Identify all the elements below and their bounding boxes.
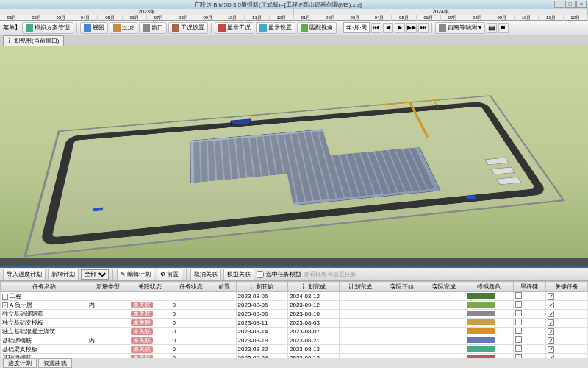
tree-toggle-icon[interactable]: - [2,302,8,308]
timeline-ruler[interactable]: 2023年 2024年 01月02月03月04月05月06月07月08月09月1… [0,9,588,21]
timeline-month: 09月 [490,15,514,21]
date-mode[interactable]: 年·月·周 [343,22,370,33]
milestone-checkbox[interactable] [515,310,522,316]
tab-plan-view[interactable]: 计划视图(当前周口) [3,35,64,46]
keytask-checkbox[interactable]: ✓ [548,311,554,317]
tab-resource[interactable]: 资源曲线 [38,358,72,368]
timeline-month: 02月 [24,15,49,21]
milestone-checkbox[interactable] [515,345,522,352]
nav-first-icon[interactable]: ⏮ [371,23,381,33]
condition-button[interactable]: 工况设置 [168,22,208,34]
timeline-month: 07月 [441,15,465,21]
assoc-model-button[interactable]: 模型关联 [223,269,254,280]
column-header[interactable]: 前置 [212,282,236,292]
timeline-month: 03月 [49,15,74,21]
timeline-month: 11月 [539,15,563,21]
color-chip [467,328,495,334]
new-plan-button[interactable]: 新增计划 [48,269,79,280]
maximize-button[interactable]: □ [565,1,576,8]
column-header[interactable]: 实际完成 [423,282,465,292]
color-chip [467,311,495,316]
close-button[interactable]: × [576,1,587,8]
3d-viewport[interactable] [0,46,588,266]
edit-plan-button[interactable]: ✎ 编辑计划 [117,269,154,280]
nav-last-icon[interactable]: ⏭ [418,23,429,33]
table-row[interactable]: 独立基础支模板未关联02023-08-112023-08-03✓ [1,319,588,328]
column-header[interactable]: 任务名称 [1,282,87,292]
column-header[interactable]: 新增类型 [87,282,129,292]
timeline-month: 06月 [123,15,147,21]
table-row[interactable]: -工程2023-08-062024-03-12✓ [1,292,588,301]
timeline-month: 12月 [564,15,588,21]
timeline-month: 01月 [294,15,318,21]
timeline-month: 05月 [98,15,122,21]
minimize-button[interactable]: _ [554,1,564,8]
camera-icon[interactable]: 📷 [487,23,497,33]
view-tabs: 计划视图(当前周口) [0,35,588,46]
timeline-month: 02月 [318,15,343,21]
keytask-checkbox[interactable]: ✓ [548,293,554,300]
task-grid[interactable]: 任务名称新增类型关联状态任务状态前置计划开始计划完成计划完成实际开始实际完成模拟… [0,281,588,358]
column-header[interactable]: 关键任务 [546,282,588,292]
keytask-checkbox[interactable]: ✓ [548,337,554,344]
tree-toggle-icon[interactable]: - [2,294,8,300]
set-button[interactable]: ⚙ 前置 [157,269,182,280]
timeline-month: 08月 [465,15,490,21]
column-header[interactable]: 实际开始 [381,282,423,292]
sel-task-label: 选中任务模型 [266,270,301,278]
record-icon[interactable]: ⏺ [498,23,509,33]
nav-play-icon[interactable]: ▶ [395,23,405,33]
milestone-checkbox[interactable] [515,292,522,299]
timeline-month: 04月 [368,15,392,21]
milestone-checkbox[interactable] [515,328,522,334]
table-row[interactable]: 独立基础混凝土浇筑未关联02023-08-142023-08-07✓ [1,328,588,336]
keytask-checkbox[interactable]: ✓ [548,346,554,353]
color-chip [467,319,495,325]
column-header[interactable]: 计划开始 [236,282,287,292]
import-plan-button[interactable]: 导入进度计划 [3,269,46,280]
timeline-month: 04月 [74,15,98,21]
column-header[interactable]: 模拟颜色 [465,282,513,292]
show-set-button[interactable]: 显示设置 [256,22,295,34]
keytask-checkbox[interactable]: ✓ [548,328,554,335]
unassoc-button[interactable]: 取消关联 [190,269,221,280]
timeline-month: 06月 [417,15,441,21]
timeline-month: 07月 [147,15,171,21]
color-chip [467,346,495,352]
column-header[interactable]: 任务状态 [171,282,212,292]
window-button[interactable]: 窗口 [139,22,167,34]
perspective-dropdown[interactable]: 西南等轴测 ▾ [435,22,485,34]
milestone-checkbox[interactable] [515,319,522,325]
tab-schedule[interactable]: 进度计划 [3,358,37,368]
panel-toolbar: 导入进度计划 新增计划 全部 ✎ 编辑计划 ⚙ 前置 取消关联 模型关联 选中任… [0,268,588,281]
table-row[interactable]: 基础绑钢筋内未关联02023-08-182023-08-21✓ [1,336,588,345]
timeline-month: 01月 [0,15,24,21]
timeline-month: 12月 [270,15,294,21]
milestone-checkbox[interactable] [515,336,522,343]
filter-button[interactable]: 过滤 [110,22,137,34]
view-button[interactable]: 视图 [80,22,108,34]
sel-task-checkbox[interactable] [257,271,264,278]
column-header[interactable]: 关联状态 [129,282,171,292]
show-cond-button[interactable]: 显示工况 [215,22,254,34]
menu-label[interactable]: 菜单】 [3,24,21,32]
table-row[interactable]: -A 负一层内未关联02023-08-062023-09-12✓ [1,301,588,310]
timeline-month: 10月 [514,15,539,21]
keytask-checkbox[interactable]: ✓ [548,302,554,308]
timeline-year: 2023年 [0,9,294,15]
column-header[interactable]: 计划完成 [288,282,340,292]
nav-next-icon[interactable]: ▶▶ [406,23,417,33]
keytask-checkbox[interactable]: ✓ [548,319,554,326]
fit-view-button[interactable]: 匹配视角 [297,22,337,34]
nav-prev-icon[interactable]: ◀ [383,23,393,33]
column-header[interactable]: 计划完成 [340,282,381,292]
table-row[interactable]: 基础梁支模板未关联02023-08-222023-08-13✓ [1,345,588,354]
filter-select[interactable]: 全部 [81,269,109,280]
timeline-month: 09月 [196,15,220,21]
timeline-month: 03月 [343,15,368,21]
table-row[interactable]: 独立基础绑钢筋未关联02023-08-062023-08-10✓ [1,310,588,319]
column-header[interactable]: 里程碑 [513,282,545,292]
sim-mgmt-button[interactable]: 模拟方案管理 [22,22,74,34]
milestone-checkbox[interactable] [515,301,522,308]
timeline-month: 08月 [171,15,196,21]
